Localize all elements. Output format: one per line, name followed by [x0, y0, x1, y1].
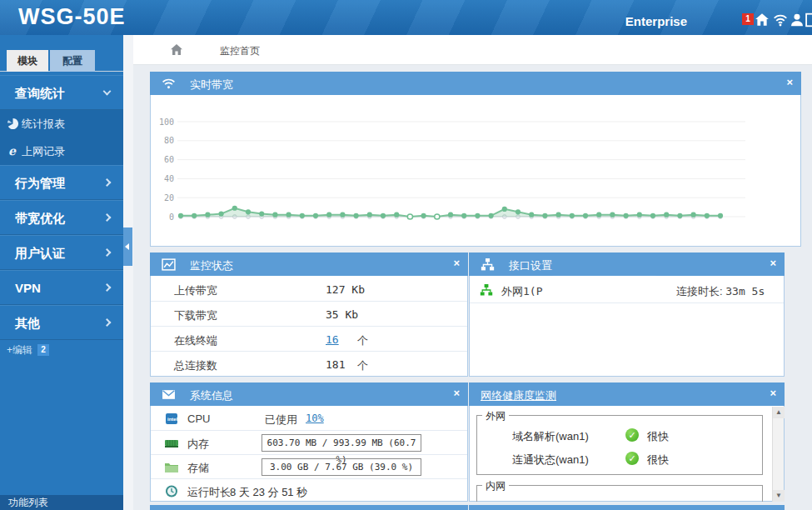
scroll-up-button[interactable]: ▲	[773, 407, 785, 418]
panel-header: 接口设置 ×	[469, 252, 785, 276]
wan-network-icon	[480, 283, 493, 297]
svg-text:60: 60	[164, 155, 174, 164]
panel-title-link[interactable]: 网络健康度监测	[481, 388, 556, 403]
group-title: 外网	[482, 409, 509, 423]
edit-count-badge: 2	[37, 344, 49, 356]
row-unit: 个	[357, 333, 368, 348]
panel-header: 系统信息 ×	[150, 382, 468, 406]
tab-config[interactable]: 配置	[50, 50, 95, 72]
close-icon[interactable]: ×	[453, 387, 460, 399]
close-icon[interactable]: ×	[786, 76, 793, 88]
check-label: 连通状态(wan1)	[512, 452, 589, 468]
sidebar-item-other[interactable]: 其他	[0, 305, 123, 340]
svg-text:100: 100	[159, 118, 174, 127]
wifi-icon[interactable]	[773, 12, 788, 28]
top-bar: WSG-50E Enterprise 1	[0, 0, 812, 35]
main-area: 监控首页 实时带宽 × 020406080100 监控状态 × 上传带宽 127…	[133, 35, 812, 510]
sidebar: 模块 配置 查询统计 统计报表 e 上网记录 行为管理 带宽优化 用户认证	[0, 35, 123, 510]
sidebar-item-label: 统计报表	[22, 118, 65, 130]
chevron-down-icon	[103, 88, 112, 96]
edit-label: +编辑	[7, 344, 32, 356]
scrollbar[interactable]: ▲ ▼	[772, 407, 784, 502]
uptime-clock-icon	[164, 484, 179, 498]
cpu-usage-link[interactable]: 10%	[306, 412, 324, 424]
chevron-right-icon	[103, 283, 112, 292]
edition-label: Enterprise	[625, 14, 687, 28]
sidebar-item-vpn[interactable]: VPN	[0, 270, 123, 305]
sidebar-item-label: 其他	[15, 316, 40, 330]
realtime-bandwidth-chart: 020406080100	[151, 96, 800, 246]
sidebar-item-web-records[interactable]: e 上网记录	[0, 138, 123, 165]
sidebar-item-stat-report[interactable]: 统计报表	[0, 110, 123, 138]
sidebar-item-behavior[interactable]: 行为管理	[0, 165, 123, 200]
close-icon[interactable]: ×	[770, 387, 776, 399]
panel-header: 实时带宽 ×	[150, 72, 801, 95]
check-status: 很快	[647, 452, 669, 468]
online-terminals-link[interactable]: 16	[326, 333, 339, 346]
check-status: 很快	[647, 429, 669, 444]
wan-group: 外网 域名解析(wan1) ✓ 很快 连通状态(wan1) ✓ 很快	[476, 415, 763, 475]
table-row: 上传带宽 127 Kb	[151, 277, 467, 302]
partial-panel-header	[150, 505, 468, 510]
table-row: 存储 3.00 GB / 7.67 GB (39.0 %)	[151, 455, 467, 479]
ok-check-icon: ✓	[625, 428, 639, 442]
logout-icon[interactable]	[805, 12, 812, 28]
tab-modules[interactable]: 模块	[7, 50, 48, 72]
row-value: 181	[326, 358, 345, 371]
sidebar-item-label: 带宽优化	[15, 211, 65, 225]
svg-text:e: e	[8, 145, 17, 158]
health-scroll-area[interactable]: 外网 域名解析(wan1) ✓ 很快 连通状态(wan1) ✓ 很快 内网	[470, 407, 784, 502]
breadcrumb: 监控首页	[133, 35, 812, 65]
interface-row[interactable]: 外网1(P6) 连接时长: 33m 5s	[470, 277, 784, 303]
storage-usage-box: 3.00 GB / 7.67 GB (39.0 %)	[262, 458, 421, 476]
envelope-icon	[162, 388, 176, 402]
memory-icon	[164, 436, 179, 450]
svg-text:20: 20	[164, 193, 174, 202]
row-label: 下载带宽	[174, 308, 217, 323]
panel-system-info: 系统信息 × intel CPU 已使用 10% 内存 603.70 MB / …	[150, 382, 468, 502]
chevron-right-icon	[103, 178, 112, 187]
memory-usage-box: 603.70 MB / 993.99 MB (60.7 %)	[262, 434, 421, 452]
scroll-down-button[interactable]: ▼	[773, 490, 785, 502]
redaction-overlay	[546, 279, 663, 298]
panel-title: 实时带宽	[190, 78, 233, 92]
row-label: 内存	[187, 437, 209, 452]
app-logo: WSG-50E	[18, 4, 126, 30]
cpu-icon: intel	[164, 412, 179, 426]
check-label: 域名解析(wan1)	[512, 429, 589, 444]
close-icon[interactable]: ×	[453, 257, 460, 269]
network-icon	[481, 258, 495, 272]
status-chart-icon	[162, 258, 176, 272]
sidebar-item-user-auth[interactable]: 用户认证	[0, 235, 123, 270]
panel-realtime-bandwidth: 实时带宽 × 020406080100	[150, 72, 801, 247]
home-icon[interactable]	[170, 43, 183, 57]
user-icon[interactable]	[790, 12, 805, 28]
row-unit: 个	[357, 358, 368, 373]
sidebar-item-label: 上网记录	[22, 145, 65, 158]
browser-e-icon: e	[7, 145, 19, 158]
edit-menu-button[interactable]: +编辑2	[7, 342, 123, 358]
table-row: 在线终端 16 个	[151, 327, 467, 352]
sidebar-item-query-stats[interactable]: 查询统计	[0, 75, 123, 110]
function-list-bar[interactable]: 功能列表	[0, 495, 123, 510]
svg-text:intel: intel	[167, 417, 178, 422]
table-row: 总连接数 181 个	[151, 352, 467, 377]
sidebar-item-bandwidth[interactable]: 带宽优化	[0, 200, 123, 235]
table-row: 下载带宽 35 Kb	[151, 302, 467, 327]
home-icon[interactable]	[755, 12, 770, 28]
panel-network-health: 网络健康度监测 × 外网 域名解析(wan1) ✓ 很快 连通状态(wan1) …	[469, 382, 785, 502]
row-label: 运行时长	[187, 485, 231, 500]
duration-label: 连接时长:	[676, 285, 723, 298]
notification-badge[interactable]: 1	[742, 13, 754, 25]
health-row: 连通状态(wan1) ✓ 很快	[477, 448, 762, 469]
table-row: 运行时长 8 天 23 分 51 秒	[151, 479, 467, 503]
table-row: intel CPU 已使用 10%	[151, 407, 467, 431]
svg-text:0: 0	[169, 212, 174, 222]
panel-title: 系统信息	[190, 388, 233, 403]
wan-name-prefix: 外网1(P	[501, 285, 542, 298]
panel-title: 接口设置	[509, 258, 552, 273]
close-icon[interactable]: ×	[770, 257, 776, 269]
svg-text:40: 40	[164, 174, 174, 183]
sidebar-collapse-handle[interactable]	[123, 228, 132, 266]
uptime-value: 8 天 23 分 51 秒	[230, 485, 307, 500]
